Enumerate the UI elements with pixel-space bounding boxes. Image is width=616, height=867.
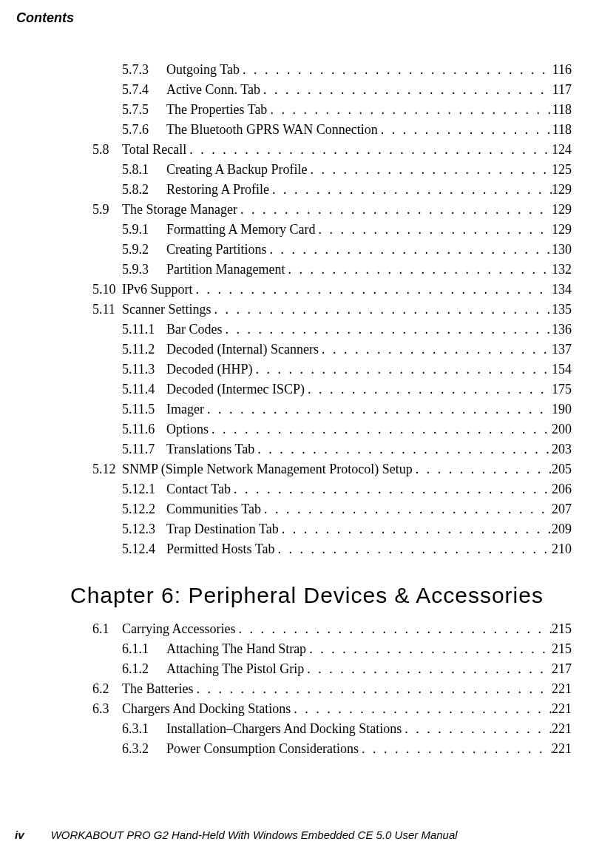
toc-title: The Properties Tab [166, 100, 267, 120]
toc-entry: 6.3.1Installation–Chargers And Docking S… [92, 719, 572, 739]
toc-entry: 5.11.5Imager . . . . . . . . . . . . . .… [92, 399, 572, 419]
toc-entry: 5.10IPv6 Support . . . . . . . . . . . .… [92, 280, 572, 300]
toc-subsection-number: 5.9.2 [122, 240, 166, 260]
toc-leader-dots: . . . . . . . . . . . . . . . . . . . . … [252, 360, 552, 379]
toc-entry: 5.12.1Contact Tab . . . . . . . . . . . … [92, 479, 572, 499]
toc-subsection-number: 5.12.1 [122, 479, 166, 499]
toc-title: Carrying Accessories [122, 619, 235, 639]
toc-entry: 5.12.4Permitted Hosts Tab . . . . . . . … [92, 539, 572, 559]
toc-leader-dots: . . . . . . . . . . . . . . . . . . . . … [304, 659, 552, 679]
toc-entry: 6.1.1Attaching The Hand Strap . . . . . … [92, 639, 572, 659]
toc-leader-dots: . . . . . . . . . . . . . . . . . . . . … [269, 180, 552, 200]
toc-leader-dots: . . . . . . . . . . . . . . . . . . . . … [186, 140, 552, 160]
toc-title: Imager [166, 399, 204, 419]
page-header: Contents [0, 0, 616, 26]
toc-leader-dots: . . . . . . . . . . . . . . . . . . . . … [260, 80, 552, 100]
toc-page-number: 135 [552, 300, 572, 320]
toc-title: Installation–Chargers And Docking Statio… [166, 719, 402, 739]
toc-section-number: 6.3 [92, 699, 122, 719]
toc-subsection-number: 5.7.5 [122, 100, 166, 120]
toc-leader-dots: . . . . . . . . . . . . . . . . . . . . … [211, 300, 552, 320]
toc-leader-dots: . . . . . . . . . . . . . . . . . . . . … [266, 240, 552, 260]
toc-subsection-number: 5.11.2 [122, 340, 166, 360]
toc-page-number: 132 [552, 260, 572, 280]
toc-page-number: 203 [552, 439, 572, 459]
toc-subsection-number: 6.3.2 [122, 739, 166, 759]
toc-entry: 5.11Scanner Settings . . . . . . . . . .… [92, 300, 572, 320]
toc-section-number: 6.2 [92, 679, 122, 699]
toc-title: Partition Management [166, 260, 285, 280]
toc-page-number: 117 [552, 80, 572, 100]
toc-leader-dots: . . . . . . . . . . . . . . . . . . . . … [279, 519, 552, 539]
toc-entry: 6.3Chargers And Docking Stations . . . .… [92, 699, 572, 719]
toc-leader-dots: . . . . . . . . . . . . . . . . . . . . … [261, 499, 552, 519]
toc-entry: 5.8.2Restoring A Profile . . . . . . . .… [92, 180, 572, 200]
toc-page-number: 124 [552, 140, 572, 160]
toc-leader-dots: . . . . . . . . . . . . . . . . . . . . … [285, 260, 552, 280]
toc-title: Decoded (Intermec ISCP) [166, 379, 305, 399]
toc-entry: 5.11.1Bar Codes . . . . . . . . . . . . … [92, 320, 572, 340]
toc-subsection-number: 5.12.3 [122, 519, 166, 539]
toc-title: Bar Codes [166, 320, 223, 340]
toc-subsection-number: 5.8.2 [122, 180, 166, 200]
toc-entry: 5.11.2Decoded (Internal) Scanners . . . … [92, 340, 572, 360]
toc-title: Power Consumption Considerations [166, 739, 359, 759]
toc-title: Chargers And Docking Stations [122, 699, 291, 719]
toc-page-number: 130 [552, 240, 572, 260]
toc-entry: 5.9.2Creating Partitions . . . . . . . .… [92, 240, 572, 260]
toc-leader-dots: . . . . . . . . . . . . . . . . . . . . … [231, 479, 552, 499]
toc-page-number: 129 [552, 180, 572, 200]
toc-subsection-number: 5.11.1 [122, 320, 166, 340]
toc-page-number: 206 [552, 479, 572, 499]
toc-leader-dots: . . . . . . . . . . . . . . . . . . . . … [306, 639, 552, 659]
toc-section-number: 5.8 [92, 140, 122, 160]
page-footer: iv WORKABOUT PRO G2 Hand-Held With Windo… [15, 829, 586, 841]
toc-leader-dots: . . . . . . . . . . . . . . . . . . . . … [359, 739, 552, 759]
toc-page-number: 221 [552, 739, 572, 759]
toc-subsection-number: 5.11.7 [122, 439, 166, 459]
toc-entry: 6.1.2Attaching The Pistol Grip . . . . .… [92, 659, 572, 679]
toc-leader-dots: . . . . . . . . . . . . . . . . . . . . … [378, 120, 552, 140]
toc-title: Active Conn. Tab [166, 80, 260, 100]
toc-title: The Bluetooth GPRS WAN Connection [166, 120, 378, 140]
toc-title: Restoring A Profile [166, 180, 269, 200]
toc-subsection-number: 5.7.3 [122, 60, 166, 80]
toc-leader-dots: . . . . . . . . . . . . . . . . . . . . … [240, 60, 552, 80]
toc-subsection-number: 6.3.1 [122, 719, 166, 739]
toc-title: Trap Destination Tab [166, 519, 279, 539]
toc-title: Outgoing Tab [166, 60, 240, 80]
toc-title: Options [166, 419, 209, 439]
toc-entry: 5.7.5The Properties Tab . . . . . . . . … [92, 100, 572, 120]
toc-page-number: 136 [552, 320, 572, 340]
toc-leader-dots: . . . . . . . . . . . . . . . . . . . . … [193, 679, 552, 699]
toc-page-number: 118 [552, 100, 572, 120]
toc-leader-dots: . . . . . . . . . . . . . . . . . . . . … [223, 320, 552, 340]
toc-leader-dots: . . . . . . . . . . . . . . . . . . . . … [319, 340, 552, 360]
toc-entry: 5.7.4Active Conn. Tab . . . . . . . . . … [92, 80, 572, 100]
toc-section-number: 5.11 [92, 300, 122, 320]
toc-page-number: 134 [552, 280, 572, 300]
toc-leader-dots: . . . . . . . . . . . . . . . . . . . . … [402, 719, 552, 739]
toc-page-number: 205 [552, 459, 572, 479]
toc-title: Formatting A Memory Card [166, 220, 316, 240]
toc-entry: 5.8Total Recall . . . . . . . . . . . . … [92, 140, 572, 160]
toc-subsection-number: 5.12.2 [122, 499, 166, 519]
toc-page-number: 116 [552, 60, 572, 80]
toc-page-number: 200 [552, 419, 572, 439]
toc-title: The Batteries [122, 679, 193, 699]
toc-title: Creating A Backup Profile [166, 160, 307, 180]
toc-entry: 5.12.2Communities Tab . . . . . . . . . … [92, 499, 572, 519]
toc-title: IPv6 Support [122, 280, 193, 300]
toc-page-number: 221 [552, 679, 572, 699]
toc-leader-dots: . . . . . . . . . . . . . . . . . . . . … [305, 379, 552, 399]
toc-page-number: 210 [552, 539, 572, 559]
toc-entry: 5.9.1Formatting A Memory Card . . . . . … [92, 220, 572, 240]
toc-leader-dots: . . . . . . . . . . . . . . . . . . . . … [274, 539, 552, 559]
toc-page-number: 207 [552, 499, 572, 519]
toc-subsection-number: 5.11.5 [122, 399, 166, 419]
toc-entry: 5.11.3Decoded (HHP) . . . . . . . . . . … [92, 360, 572, 379]
toc-title: Contact Tab [166, 479, 231, 499]
chapter-heading: Chapter 6: Peripheral Devices & Accessor… [70, 578, 572, 612]
toc-title: Attaching The Hand Strap [166, 639, 306, 659]
toc-section-number: 5.10 [92, 280, 122, 300]
